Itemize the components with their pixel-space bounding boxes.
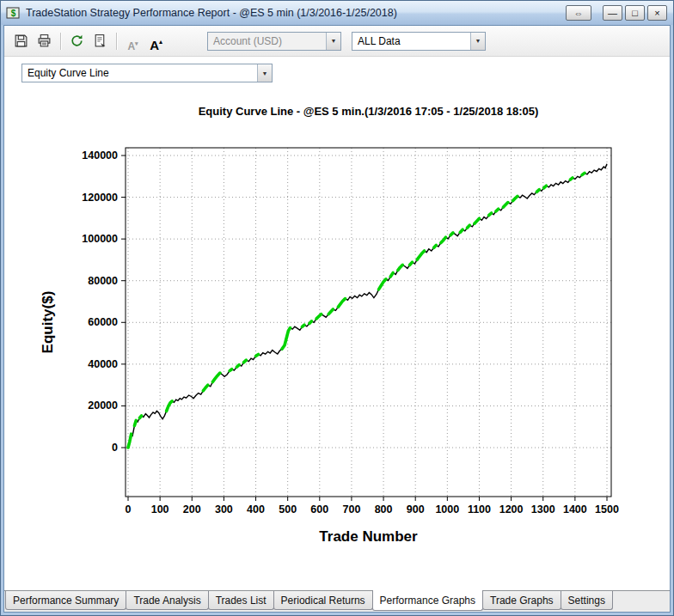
- graph-type-dropdown[interactable]: Equity Curve Line ▼: [21, 64, 273, 82]
- svg-text:100000: 100000: [82, 233, 118, 245]
- app-icon: $: [6, 6, 21, 20]
- graph-type-dropdown-value: Equity Curve Line: [22, 64, 257, 82]
- tabbar: Performance Summary Trade Analysis Trade…: [4, 590, 670, 612]
- chevron-down-icon[interactable]: ▼: [257, 64, 272, 82]
- font-decrease-icon: A: [127, 41, 135, 52]
- tab-trade-graphs[interactable]: Trade Graphs: [482, 591, 561, 610]
- svg-text:$: $: [11, 9, 16, 18]
- svg-text:100: 100: [151, 503, 169, 515]
- svg-text:400: 400: [247, 503, 265, 515]
- font-decrease-button[interactable]: A ▾: [121, 30, 144, 52]
- svg-text:40000: 40000: [88, 358, 118, 370]
- titlebar[interactable]: $ TradeStation Strategy Performance Repo…: [1, 1, 673, 25]
- font-increase-button[interactable]: A ▴: [144, 30, 168, 52]
- equity-curve-chart: 0100200300400500600700800900100011001200…: [8, 93, 661, 561]
- window: $ TradeStation Strategy Performance Repo…: [0, 0, 674, 616]
- svg-text:500: 500: [279, 503, 297, 515]
- data-range-dropdown-value: ALL Data: [352, 33, 470, 50]
- account-dropdown-value: Account (USD): [208, 33, 326, 50]
- svg-text:80000: 80000: [88, 275, 118, 287]
- svg-text:60000: 60000: [88, 316, 118, 328]
- print-icon: [37, 34, 52, 48]
- tab-performance-summary[interactable]: Performance Summary: [5, 591, 126, 610]
- graph-selector-row: Equity Curve Line ▼: [4, 57, 670, 89]
- close-button[interactable]: ×: [647, 5, 667, 21]
- refresh-button[interactable]: [65, 30, 89, 52]
- client-area: A ▾ A ▴ Account (USD) ▼ ALL Data ▼ Equit…: [3, 25, 671, 613]
- svg-text:20000: 20000: [88, 399, 118, 412]
- svg-text:1300: 1300: [531, 503, 555, 515]
- svg-text:0: 0: [112, 442, 118, 454]
- svg-text:0: 0: [126, 503, 132, 515]
- chevron-down-icon[interactable]: ▼: [470, 33, 485, 50]
- svg-text:800: 800: [375, 503, 393, 515]
- svg-text:1000: 1000: [435, 503, 459, 515]
- svg-text:Equity($): Equity($): [40, 291, 56, 354]
- window-title: TradeStation Strategy Performance Report…: [26, 7, 563, 19]
- svg-text:700: 700: [343, 503, 361, 515]
- refresh-icon: [70, 34, 84, 48]
- svg-text:200: 200: [183, 503, 201, 515]
- svg-text:1200: 1200: [499, 503, 524, 515]
- svg-text:Equity Curve Line - @ES 5 min.: Equity Curve Line - @ES 5 min.(1/3/2016 …: [199, 105, 539, 118]
- tab-settings[interactable]: Settings: [561, 591, 613, 610]
- account-dropdown[interactable]: Account (USD) ▼: [207, 32, 341, 51]
- svg-text:600: 600: [310, 503, 328, 515]
- svg-text:140000: 140000: [82, 149, 118, 162]
- svg-text:1500: 1500: [595, 503, 619, 515]
- tab-trades-list[interactable]: Trades List: [208, 591, 274, 610]
- font-increase-icon: A: [150, 39, 159, 52]
- print-button[interactable]: [33, 30, 56, 52]
- svg-text:1100: 1100: [468, 503, 491, 515]
- data-range-dropdown[interactable]: ALL Data ▼: [352, 32, 486, 51]
- toolbar-separator: [116, 33, 117, 50]
- save-button[interactable]: [9, 30, 33, 52]
- svg-text:120000: 120000: [82, 192, 118, 204]
- maximize-button[interactable]: □: [625, 5, 645, 21]
- tab-periodical-returns[interactable]: Periodical Returns: [273, 591, 373, 610]
- minimize-button[interactable]: —: [603, 5, 622, 21]
- svg-text:900: 900: [407, 503, 425, 515]
- tab-performance-graphs[interactable]: Performance Graphs: [372, 590, 483, 611]
- toolbar: A ▾ A ▴ Account (USD) ▼ ALL Data ▼: [4, 26, 670, 57]
- toolbar-separator: [60, 33, 61, 50]
- chart-area: 0100200300400500600700800900100011001200…: [4, 89, 670, 590]
- svg-text:300: 300: [215, 503, 233, 515]
- svg-text:Trade Number: Trade Number: [319, 528, 418, 545]
- spread-button[interactable]: ⇔: [566, 5, 591, 21]
- chevron-down-icon[interactable]: ▼: [326, 33, 340, 50]
- svg-text:1400: 1400: [563, 503, 587, 515]
- save-icon: [14, 34, 28, 48]
- report-properties-icon: [93, 34, 107, 48]
- tab-trade-analysis[interactable]: Trade Analysis: [126, 591, 208, 610]
- report-properties-button[interactable]: [89, 30, 112, 52]
